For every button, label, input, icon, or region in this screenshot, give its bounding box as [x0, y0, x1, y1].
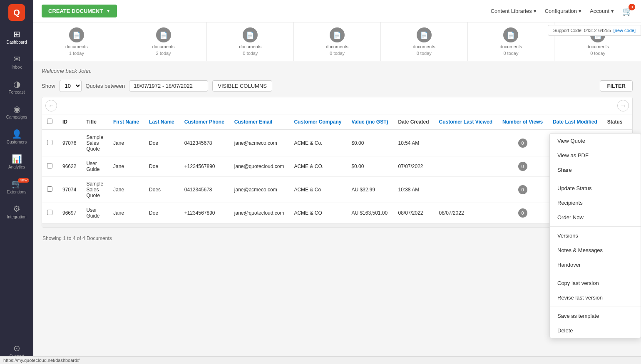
table-controls: Show 10 25 50 Quotes between VISIBLE COL… — [42, 80, 633, 92]
cell-fname-0: Jane — [108, 130, 144, 156]
table-scroll: ID Title First Name Last Name Customer P… — [42, 114, 632, 223]
content-libraries-menu[interactable]: Content Libraries ▾ — [491, 8, 537, 14]
show-select[interactable]: 10 25 50 — [60, 80, 82, 92]
cell-fname-2: Jane — [108, 177, 144, 203]
configuration-menu[interactable]: Configuration ▾ — [545, 8, 581, 14]
context-menu-revise-last-version[interactable]: Revise last version — [550, 290, 641, 305]
cell-id-3: 96697 — [57, 203, 81, 223]
cell-lname-2: Does — [144, 177, 179, 203]
col-header-customer-last-viewed[interactable]: Customer Last Viewed — [434, 114, 497, 130]
col-header-number-of-views[interactable]: Number of Views — [497, 114, 548, 130]
campaigns-icon: ◉ — [13, 105, 20, 113]
col-header-date-last-modified[interactable]: Date Last Modified — [548, 114, 602, 130]
topbar: CREATE DOCUMENT ▼ Content Libraries ▾ Co… — [33, 0, 641, 22]
context-menu-handover[interactable]: Handover — [550, 258, 641, 272]
create-document-button[interactable]: CREATE DOCUMENT ▼ — [42, 5, 117, 17]
cell-email-0: jane@acmeco.com — [229, 130, 289, 156]
filter-button[interactable]: FILTER — [600, 80, 633, 92]
table-row: 96622 User Guide Jane Doe +1234567890 ja… — [42, 156, 632, 177]
sidebar-item-extentions[interactable]: 🛒 NEW Extentions — [0, 175, 33, 200]
cell-id-1: 96622 — [57, 156, 81, 177]
dashboard-icon: ⊞ — [13, 30, 20, 38]
visible-columns-button[interactable]: VISIBLE COLUMNS — [212, 80, 272, 92]
context-menu-copy-last-version[interactable]: Copy last version — [550, 276, 641, 290]
date-range-input[interactable] — [129, 80, 208, 92]
context-menu-update-status[interactable]: Update Status — [550, 181, 641, 196]
stat-icon-3: 📄 — [330, 27, 345, 42]
account-menu[interactable]: Account ▾ — [590, 8, 614, 14]
col-header-title[interactable]: Title — [81, 114, 108, 130]
context-menu-recipients[interactable]: Recipients — [550, 196, 641, 210]
cell-email-3: jane@quotecloud.com — [229, 203, 289, 223]
welcome-text: Welcome back John. — [42, 68, 633, 74]
row-checkbox-3[interactable] — [47, 210, 52, 215]
documents-table-wrapper: ← → ID Title First Name Last Name — [42, 97, 633, 228]
cell-last-viewed-0 — [434, 130, 497, 156]
cell-fname-3: Jane — [108, 203, 144, 223]
new-code-link[interactable]: [new code] — [614, 28, 636, 33]
cell-lname-3: Doe — [144, 203, 179, 223]
showing-text: Showing 1 to 4 of 4 Documents — [42, 235, 112, 241]
sidebar-item-dashboard[interactable]: ⊞ Dashboard — [0, 25, 33, 50]
configuration-arrow: ▾ — [579, 8, 581, 14]
col-header-last-name[interactable]: Last Name — [144, 114, 179, 130]
cell-title-3: User Guide — [81, 203, 108, 223]
cell-date-created-0: 10:54 AM — [393, 130, 434, 156]
cell-company-2: ACME & Co — [289, 177, 346, 203]
sidebar-item-inbox[interactable]: ✉ Inbox — [0, 50, 33, 75]
cell-last-viewed-3: 08/07/2022 — [434, 203, 497, 223]
table-prev-arrow[interactable]: ← — [45, 100, 57, 111]
col-header-customer-company[interactable]: Customer Company — [289, 114, 346, 130]
context-menu-view-as-pdf[interactable]: View as PDF — [550, 148, 641, 163]
content-libraries-arrow: ▾ — [534, 8, 537, 14]
cell-company-1: ACME & CO. — [289, 156, 346, 177]
stat-icon-1: 📄 — [156, 27, 171, 42]
row-checkbox-0[interactable] — [47, 140, 52, 145]
cell-id-2: 97074 — [57, 177, 81, 203]
stat-card-4: 📄 documents 0 today — [381, 22, 468, 61]
cell-phone-3: +1234567890 — [179, 203, 229, 223]
sidebar: Q ⊞ Dashboard ✉ Inbox ◑ Forecast ◉ Campa… — [0, 0, 33, 364]
col-header-value[interactable]: Value (inc GST) — [346, 114, 393, 130]
stat-icon-4: 📄 — [417, 27, 432, 42]
cell-views-3: 0 — [497, 203, 548, 223]
context-menu-delete[interactable]: Delete — [550, 323, 641, 338]
context-menu: View Quote View as PDF Share Update Stat… — [549, 133, 641, 338]
logo-icon: Q — [8, 4, 25, 21]
context-menu-order-now[interactable]: Order Now — [550, 210, 641, 225]
context-menu-divider-1 — [550, 179, 641, 179]
sidebar-item-campaigns[interactable]: ◉ Campaigns — [0, 100, 33, 125]
sidebar-item-integration[interactable]: ⚙ Integration — [0, 200, 33, 225]
sidebar-item-customers[interactable]: 👤 Customers — [0, 125, 33, 150]
table-next-arrow[interactable]: → — [617, 100, 629, 111]
row-checkbox-1[interactable] — [47, 163, 52, 168]
col-header-first-name[interactable]: First Name — [108, 114, 144, 130]
col-header-customer-email[interactable]: Customer Email — [229, 114, 289, 130]
context-menu-notes-messages[interactable]: Notes & Messages — [550, 243, 641, 258]
context-menu-view-quote[interactable]: View Quote — [550, 134, 641, 148]
select-all-checkbox[interactable] — [47, 119, 52, 124]
col-header-customer-phone[interactable]: Customer Phone — [179, 114, 229, 130]
cell-title-0: Sample Sales Quote — [81, 130, 108, 156]
col-header-date-created[interactable]: Date Created — [393, 114, 434, 130]
cell-lname-1: Doe — [144, 156, 179, 177]
context-menu-share[interactable]: Share — [550, 163, 641, 177]
col-header-id[interactable]: ID — [57, 114, 81, 130]
support-icon: ⊙ — [13, 344, 20, 352]
context-menu-save-as-template[interactable]: Save as template — [550, 309, 641, 323]
sidebar-item-forecast[interactable]: ◑ Forecast — [0, 75, 33, 100]
row-checkbox-2[interactable] — [47, 186, 52, 192]
cell-value-2: AU $32.99 — [346, 177, 393, 203]
col-header-status[interactable]: Status — [602, 114, 632, 130]
cell-fname-1: Jane — [108, 156, 144, 177]
forecast-icon: ◑ — [13, 80, 20, 88]
sidebar-item-analytics[interactable]: 📊 Analytics — [0, 150, 33, 175]
cell-date-created-1: 07/07/2022 — [393, 156, 434, 177]
logo[interactable]: Q — [0, 0, 33, 25]
horizontal-scrollbar[interactable] — [42, 223, 632, 227]
stat-card-1: 📄 documents 2 today — [120, 22, 207, 61]
cell-title-1: User Guide — [81, 156, 108, 177]
cell-company-3: ACME & CO — [289, 203, 346, 223]
cart-button[interactable]: 🛒 3 — [622, 6, 633, 16]
context-menu-versions[interactable]: Versions — [550, 228, 641, 243]
